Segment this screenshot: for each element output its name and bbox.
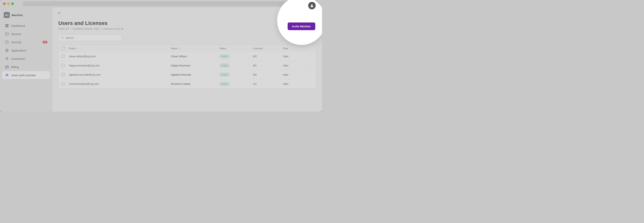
- invite-member-button[interactable]: Invite Member: [288, 23, 316, 30]
- app-window: Ma MacPaw Dashboard: [0, 0, 322, 112]
- profile-avatar[interactable]: [308, 2, 316, 9]
- svg-point-19: [311, 4, 313, 6]
- overlay: [0, 0, 322, 112]
